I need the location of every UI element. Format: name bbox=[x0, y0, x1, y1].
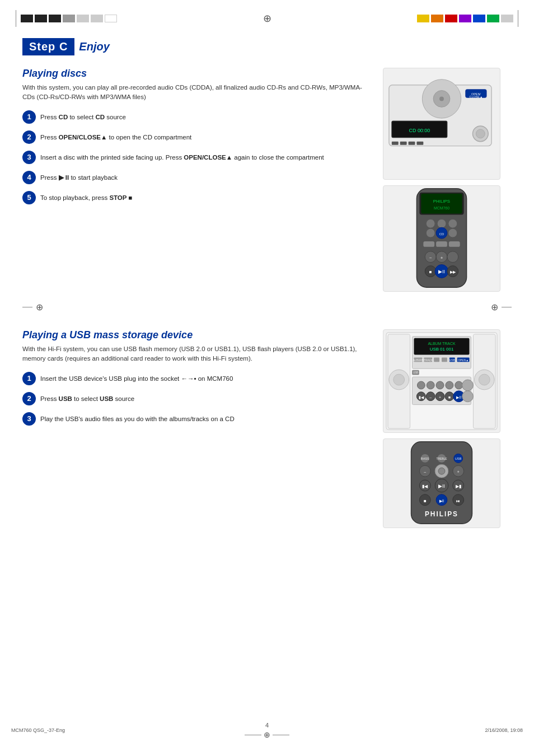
left-pattern bbox=[21, 15, 117, 22]
svg-text:USB: USB bbox=[413, 371, 418, 374]
cd-player-svg: OPEN/ CLOSE▲ CD 00:00 bbox=[383, 68, 500, 180]
cd-step-num-1: 1 bbox=[22, 110, 36, 124]
svg-text:▶II: ▶II bbox=[439, 499, 444, 503]
svg-text:▶▮: ▶▮ bbox=[456, 484, 461, 489]
cd-step-1: 1 Press CD to select CD source bbox=[22, 110, 372, 124]
cd-step-text-1: Press CD to select CD source bbox=[40, 110, 126, 122]
svg-rect-57 bbox=[442, 357, 447, 362]
svg-point-65 bbox=[417, 381, 425, 389]
svg-point-20 bbox=[426, 219, 435, 228]
footer-line-left bbox=[245, 735, 261, 735]
svg-rect-10 bbox=[400, 142, 407, 145]
svg-text:USB: USB bbox=[449, 359, 456, 362]
svg-text:▶II: ▶II bbox=[438, 483, 445, 489]
usb-step-num-1: 1 bbox=[22, 372, 36, 385]
svg-point-34 bbox=[447, 251, 458, 263]
svg-rect-56 bbox=[434, 357, 439, 362]
svg-text:▮◀: ▮◀ bbox=[422, 484, 428, 489]
svg-rect-27 bbox=[423, 241, 434, 247]
svg-text:⏭: ⏭ bbox=[456, 499, 460, 503]
svg-text:MCM760: MCM760 bbox=[434, 206, 449, 210]
svg-text:▮◀: ▮◀ bbox=[419, 395, 424, 399]
playing-usb-section: Playing a USB mass storage device With t… bbox=[22, 329, 512, 528]
mid-line-left bbox=[22, 307, 32, 307]
svg-text:–: – bbox=[424, 470, 426, 474]
svg-rect-28 bbox=[436, 241, 447, 247]
svg-text:▶▶: ▶▶ bbox=[450, 270, 456, 274]
svg-text:■: ■ bbox=[448, 395, 451, 399]
svg-text:+: + bbox=[439, 395, 441, 399]
usb-step-text-3: Play the USB's audio files as you do wit… bbox=[40, 412, 235, 424]
top-crosshair: ⊕ bbox=[117, 12, 417, 25]
svg-text:PHILIPS: PHILIPS bbox=[433, 199, 450, 204]
svg-text:CLOSE▲: CLOSE▲ bbox=[469, 95, 483, 99]
svg-text:ALBURN: ALBURN bbox=[413, 359, 424, 362]
svg-text:BASS: BASS bbox=[421, 457, 429, 460]
cd-step-2: 2 Press OPEN/CLOSE▲ to open the CD compa… bbox=[22, 130, 372, 144]
usb-step-num-2: 2 bbox=[22, 392, 36, 405]
usb-unit-svg: ALBUM TRACK USB 01 001 ALBURN TRACK USB … bbox=[383, 329, 500, 433]
footer-center: 4 ⊕ bbox=[182, 721, 353, 739]
svg-text:■: ■ bbox=[429, 269, 432, 274]
svg-text:OPEN▲: OPEN▲ bbox=[458, 359, 469, 362]
footer-date: 2/16/2008, 19:08 bbox=[485, 727, 523, 733]
svg-text:+: + bbox=[441, 255, 443, 260]
svg-text:CD  00:00: CD 00:00 bbox=[409, 128, 430, 133]
svg-text:ALBUM  TRACK: ALBUM TRACK bbox=[428, 342, 455, 346]
page-content: Step C Enjoy Playing discs With this sys… bbox=[0, 32, 534, 550]
playing-usb-left: Playing a USB mass storage device With t… bbox=[22, 329, 372, 528]
mid-crosshair-right: ⊕ bbox=[491, 302, 498, 312]
cd-step-num-4: 4 bbox=[22, 171, 36, 184]
svg-text:+: + bbox=[457, 470, 460, 474]
svg-text:■: ■ bbox=[424, 498, 427, 503]
footer-line-right bbox=[273, 735, 289, 735]
svg-point-80 bbox=[462, 380, 474, 391]
cd-remote-svg: PHILIPS MCM760 CD – bbox=[383, 185, 500, 292]
footer-left: MCM760 QSG_-37-Eng bbox=[11, 727, 182, 733]
step-enjoy: Enjoy bbox=[79, 40, 109, 53]
usb-remote-svg: BASS TREBLE USB – + ▮◀ ▶II bbox=[383, 438, 500, 528]
mid-line-right2 bbox=[502, 307, 512, 307]
playing-discs-desc: With this system, you can play all pre-r… bbox=[22, 83, 372, 102]
cd-step-text-3: Insert a disc with the printed side faci… bbox=[40, 151, 324, 162]
footer-crosshair-row: ⊕ bbox=[182, 730, 353, 739]
footer-filename: MCM760 QSG_-37-Eng bbox=[11, 727, 65, 733]
svg-point-47 bbox=[479, 374, 490, 385]
cd-step-5: 5 To stop playback, press STOP ■ bbox=[22, 191, 372, 204]
svg-text:TREBLE: TREBLE bbox=[436, 458, 447, 460]
cd-step-3: 3 Insert a disc with the printed side fa… bbox=[22, 151, 372, 164]
cd-remote-image: PHILIPS MCM760 CD – bbox=[383, 185, 500, 292]
cd-step-num-2: 2 bbox=[22, 130, 36, 144]
svg-point-3 bbox=[439, 96, 444, 101]
svg-point-67 bbox=[436, 381, 444, 389]
usb-step-num-3: 3 bbox=[22, 412, 36, 426]
mid-crosshair-row: ⊕ ⊕ bbox=[22, 302, 512, 312]
svg-point-26 bbox=[448, 228, 457, 237]
svg-point-14 bbox=[476, 129, 485, 138]
svg-text:CD: CD bbox=[439, 232, 444, 236]
footer: MCM760 QSG_-37-Eng 4 ⊕ 2/16/2008, 19:08 bbox=[0, 721, 534, 739]
svg-rect-29 bbox=[449, 241, 460, 247]
svg-rect-11 bbox=[409, 142, 415, 145]
cd-step-num-3: 3 bbox=[22, 151, 36, 164]
playing-discs-images: OPEN/ CLOSE▲ CD 00:00 bbox=[383, 68, 512, 292]
cd-step-text-4: Press ▶ II to start playback bbox=[40, 171, 118, 183]
footer-page: 4 bbox=[265, 722, 269, 729]
svg-text:▶II: ▶II bbox=[438, 269, 445, 274]
playing-discs-left: Playing discs With this system, you can … bbox=[22, 68, 372, 292]
mid-crosshair: ⊕ bbox=[36, 302, 43, 312]
playing-usb-desc: With the Hi-Fi system, you can use USB f… bbox=[22, 344, 372, 364]
svg-text:–: – bbox=[429, 395, 432, 399]
svg-text:TRACK: TRACK bbox=[424, 359, 433, 362]
svg-point-68 bbox=[446, 381, 453, 389]
usb-step-text-1: Insert the USB device's USB plug into th… bbox=[40, 372, 233, 384]
playing-usb-title: Playing a USB mass storage device bbox=[22, 329, 372, 341]
right-pattern bbox=[417, 15, 513, 22]
usb-step-3: 3 Play the USB's audio files as you do w… bbox=[22, 412, 372, 426]
svg-text:▶II: ▶II bbox=[456, 395, 461, 399]
svg-point-92 bbox=[438, 468, 445, 474]
usb-step-1: 1 Insert the USB device's USB plug into … bbox=[22, 372, 372, 385]
footer-crosshair: ⊕ bbox=[264, 730, 270, 739]
cd-step-num-5: 5 bbox=[22, 191, 36, 204]
mid-line-right bbox=[46, 307, 488, 307]
